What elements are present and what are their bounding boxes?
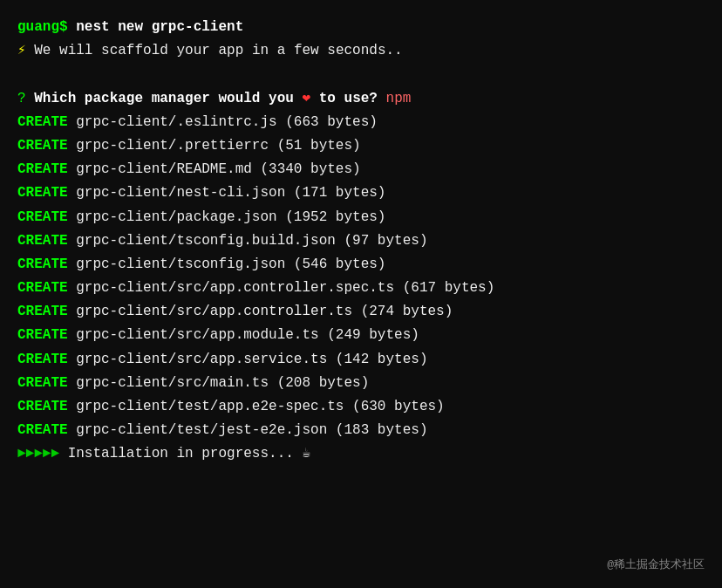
create-keyword: CREATE	[17, 185, 68, 201]
progress-text: Installation in progress... ☕	[68, 446, 310, 462]
create-line: CREATE grpc-client/tsconfig.build.json (…	[17, 229, 705, 253]
file-path: grpc-client/test/app.e2e-spec.ts (630 by…	[68, 399, 445, 414]
file-path: grpc-client/src/app.module.ts (249 bytes…	[68, 327, 419, 343]
create-keyword: CREATE	[17, 209, 68, 225]
create-line: CREATE grpc-client/tsconfig.json (546 by…	[17, 253, 705, 277]
file-path: grpc-client/tsconfig.json (546 bytes)	[68, 256, 386, 272]
create-keyword: CREATE	[17, 114, 68, 130]
create-keyword: CREATE	[17, 233, 68, 249]
file-path: grpc-client/src/main.ts (208 bytes)	[68, 375, 370, 391]
file-path: grpc-client/nest-cli.json (171 bytes)	[68, 185, 386, 201]
file-path: grpc-client/src/app.controller.spec.ts (…	[68, 280, 495, 296]
file-path: grpc-client/tsconfig.build.json (97 byte…	[68, 233, 428, 249]
progress-arrows: ►►►►►	[17, 446, 59, 462]
terminal: guang$ nest new grpc-client ⚡ We will sc…	[17, 16, 705, 572]
create-line: CREATE grpc-client/src/main.ts (208 byte…	[17, 372, 705, 395]
create-line: CREATE grpc-client/package.json (1952 by…	[17, 206, 705, 229]
create-keyword: CREATE	[17, 161, 68, 177]
create-keyword: CREATE	[17, 138, 68, 154]
create-line: CREATE grpc-client/.eslintrc.js (663 byt…	[17, 111, 705, 134]
npm-label: npm	[386, 91, 412, 106]
scaffold-text: We will scaffold your app in a few secon…	[34, 43, 402, 58]
create-lines: CREATE grpc-client/.eslintrc.js (663 byt…	[17, 111, 705, 443]
prompt-line: guang$ nest new grpc-client	[17, 16, 705, 39]
blank-line-1	[17, 63, 705, 86]
file-path: grpc-client/.eslintrc.js (663 bytes)	[68, 114, 378, 130]
scaffold-line: ⚡ We will scaffold your app in a few sec…	[17, 39, 705, 63]
create-line: CREATE grpc-client/nest-cli.json (171 by…	[17, 181, 705, 205]
question-line: ? Which package manager would you ❤️ to …	[17, 87, 705, 111]
prompt-command: nest new grpc-client	[76, 19, 243, 35]
create-line: CREATE grpc-client/src/app.service.ts (1…	[17, 348, 705, 372]
file-path: grpc-client/package.json (1952 bytes)	[68, 209, 386, 225]
create-line: CREATE grpc-client/test/jest-e2e.json (1…	[17, 419, 705, 442]
create-keyword: CREATE	[17, 375, 68, 391]
progress-line: ►►►►► Installation in progress... ☕	[17, 442, 705, 466]
create-line: CREATE grpc-client/test/app.e2e-spec.ts …	[17, 395, 705, 419]
file-path: grpc-client/src/app.service.ts (142 byte…	[68, 352, 428, 367]
create-line: CREATE grpc-client/README.md (3340 bytes…	[17, 158, 705, 181]
heart-icon: ❤️	[302, 91, 310, 106]
create-keyword: CREATE	[17, 352, 68, 367]
create-keyword: CREATE	[17, 280, 68, 296]
question-text: Which package manager would you	[34, 91, 302, 106]
question-mark: ?	[17, 91, 26, 106]
file-path: grpc-client/README.md (3340 bytes)	[68, 161, 361, 177]
create-keyword: CREATE	[17, 256, 68, 272]
file-path: grpc-client/src/app.controller.ts (274 b…	[68, 304, 453, 319]
create-line: CREATE grpc-client/src/app.controller.sp…	[17, 277, 705, 300]
create-keyword: CREATE	[17, 304, 68, 319]
file-path: grpc-client/.prettierrc (51 bytes)	[68, 138, 361, 154]
question-text2: to use?	[319, 91, 378, 106]
lightning-icon: ⚡	[17, 43, 26, 58]
create-line: CREATE grpc-client/src/app.module.ts (24…	[17, 324, 705, 347]
create-keyword: CREATE	[17, 422, 68, 438]
create-line: CREATE grpc-client/.prettierrc (51 bytes…	[17, 134, 705, 158]
create-keyword: CREATE	[17, 327, 68, 343]
create-line: CREATE grpc-client/src/app.controller.ts…	[17, 300, 705, 324]
watermark: @稀土掘金技术社区	[607, 557, 705, 572]
prompt-user: guang$	[17, 19, 68, 35]
create-keyword: CREATE	[17, 399, 68, 414]
file-path: grpc-client/test/jest-e2e.json (183 byte…	[68, 422, 428, 438]
